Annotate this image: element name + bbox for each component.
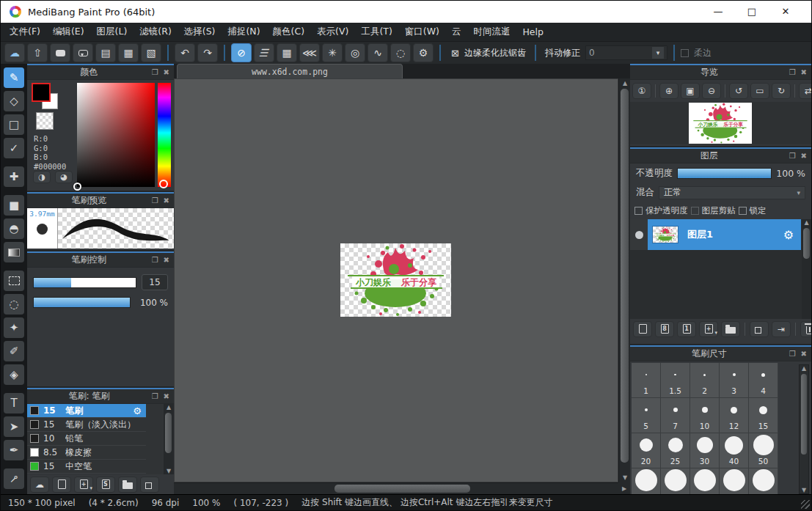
duplicate-layer-button[interactable] (750, 321, 769, 337)
brush-list-item[interactable]: 15笔刷⚙ (27, 404, 146, 418)
panel-popout-icon[interactable]: ❐ (789, 152, 796, 160)
scroll-up-icon[interactable]: ▲ (800, 365, 808, 372)
protect-alpha-checkbox[interactable] (634, 207, 643, 215)
layer-visibility-toggle[interactable] (630, 219, 648, 250)
panel-popout-icon[interactable]: ❐ (789, 68, 796, 76)
brush-size-cell[interactable]: 10 (690, 398, 720, 433)
zoom-actual-button[interactable]: ① (632, 83, 651, 99)
rotate-cw-button[interactable]: ↻ (772, 83, 791, 99)
brush-size-cell[interactable]: 15 (749, 398, 778, 433)
shape-brush-tool[interactable]: □ (4, 114, 24, 135)
panel-close-icon[interactable]: ✖ (164, 68, 169, 76)
brush-cloud-download-button[interactable]: ☁ (30, 477, 49, 493)
maximize-button[interactable]: □ (735, 1, 769, 23)
brush-size-cell[interactable] (632, 468, 661, 496)
fill-shape-tool[interactable]: ■ (4, 195, 24, 216)
soft-edge-checkbox[interactable] (681, 49, 689, 57)
palette-button[interactable]: ◑ (33, 171, 51, 183)
chevron-down-icon[interactable]: ▾ (714, 330, 717, 336)
brush-size-cell[interactable]: 20 (632, 433, 661, 468)
brush-size-cell[interactable]: 40 (720, 433, 749, 468)
brush-folder-button[interactable] (118, 477, 137, 493)
brush-list-scrollbar[interactable]: ▲ ▼ (164, 404, 174, 474)
snap-grid-button[interactable]: ▦ (277, 43, 297, 62)
operate-tool[interactable]: ➤ (4, 416, 24, 437)
brush-size-value[interactable]: 15 (142, 274, 168, 290)
window-layout-button[interactable]: ▦ (118, 43, 139, 62)
panel-close-icon[interactable]: ✖ (164, 392, 169, 400)
panel-popout-icon[interactable]: ❐ (789, 350, 796, 358)
scroll-down-icon[interactable]: ▼ (164, 468, 174, 474)
brush-list-item[interactable]: 10铅笔 (27, 432, 146, 446)
share-button[interactable]: ⇧ (27, 43, 48, 62)
dot-pen-tool[interactable]: ✓ (4, 138, 24, 158)
menu-item-4[interactable]: 选择(S) (184, 26, 216, 38)
brush-size-cell[interactable] (661, 468, 690, 496)
menu-item-3[interactable]: 滤镜(R) (139, 26, 171, 38)
scroll-down-icon[interactable]: ▼ (800, 487, 808, 493)
panel-close-icon[interactable]: ✖ (164, 196, 169, 205)
layer-settings-gear-icon[interactable]: ⚙ (783, 228, 794, 242)
delete-layer-button[interactable] (800, 321, 811, 337)
panel-close-icon[interactable]: ✖ (801, 152, 807, 160)
brush-tool[interactable]: ✎ (4, 67, 24, 88)
layer-folder-button[interactable] (721, 321, 740, 337)
snap-curve-button[interactable]: ∿ (367, 43, 388, 62)
lasso-tool[interactable]: ◌ (4, 294, 24, 315)
pen-tool[interactable]: ✒ (4, 440, 24, 460)
magic-wand-tool[interactable]: ✦ (4, 317, 24, 338)
add-1bit-layer-button[interactable]: 1 (677, 321, 696, 337)
add-script-brush-button[interactable]: S (96, 477, 115, 493)
brush-size-cell[interactable]: 25 (661, 433, 690, 468)
canvas-horizontal-scrollbar[interactable] (174, 482, 618, 494)
scroll-up-icon[interactable]: ▲ (802, 219, 811, 226)
hue-marker[interactable] (159, 180, 168, 188)
brush-size-cell[interactable]: 30 (690, 433, 720, 468)
brush-size-cell[interactable]: 5 (632, 398, 661, 433)
scroll-up-icon[interactable]: ▲ (164, 404, 174, 411)
brush-size-cell[interactable]: 4 (749, 363, 778, 398)
scroll-right-icon[interactable]: ▶ (618, 482, 630, 494)
move-tool[interactable]: ✚ (4, 166, 24, 187)
panel-close-icon[interactable]: ✖ (164, 256, 169, 264)
brush-list-item[interactable]: 15中空笔 (27, 460, 146, 474)
brush-size-cell[interactable]: 1 (632, 363, 661, 398)
add-layer-menu-button[interactable]: +▾ (699, 321, 718, 337)
panel-close-icon[interactable]: ✖ (801, 350, 807, 358)
gradient-tool[interactable] (4, 242, 24, 262)
menu-item-11[interactable]: 时间流逝 (473, 26, 510, 38)
clipping-checkbox[interactable] (691, 207, 699, 215)
document-button[interactable]: ▤ (95, 43, 116, 62)
snap-vanishing-button[interactable]: ⋘ (299, 43, 320, 62)
menu-item-2[interactable]: 图层(L) (97, 26, 128, 38)
canvas-image[interactable] (340, 243, 451, 317)
menu-item-7[interactable]: 表示(V) (317, 26, 348, 38)
brush-size-cell[interactable]: 3 (720, 363, 749, 398)
brush-size-cell[interactable] (749, 468, 778, 496)
layer-row[interactable]: 图层1 ⚙ (630, 219, 801, 250)
snap-settings-button[interactable]: ⚙ (413, 43, 434, 62)
brush-size-slider[interactable] (33, 277, 136, 288)
transparent-color-swatch[interactable] (36, 112, 54, 130)
menu-item-0[interactable]: 文件(F) (10, 26, 40, 38)
brush-list-item[interactable]: 15笔刷（淡入淡出） (27, 418, 146, 432)
snap-off-button[interactable]: ⊘ (231, 43, 252, 62)
chevron-down-icon[interactable]: ▾ (89, 485, 92, 491)
canvas-vertical-scrollbar[interactable]: ▲ ▼ (618, 78, 630, 482)
text-tool[interactable]: T (4, 393, 24, 413)
resize-grip[interactable] (801, 500, 810, 509)
add-brush-menu-button[interactable]: +▾ (74, 477, 93, 493)
message-button[interactable] (73, 43, 93, 62)
duplicate-brush-button[interactable] (140, 477, 159, 493)
layer-opacity-slider[interactable] (677, 168, 772, 179)
brush-size-cell[interactable] (720, 468, 749, 496)
brush-size-cell[interactable]: 7 (661, 398, 690, 433)
add-layer-button[interactable] (633, 321, 652, 337)
fit-window-button[interactable]: ▣ (681, 83, 700, 99)
scroll-down-icon[interactable]: ▼ (619, 474, 631, 481)
panel-popout-icon[interactable]: ❐ (152, 68, 158, 76)
sv-marker[interactable] (73, 183, 81, 191)
merge-layer-button[interactable]: ⇥ (772, 321, 791, 337)
brush-size-cell[interactable]: 1.5 (661, 363, 690, 398)
layer-list-scrollbar[interactable]: ▲ (802, 219, 811, 319)
